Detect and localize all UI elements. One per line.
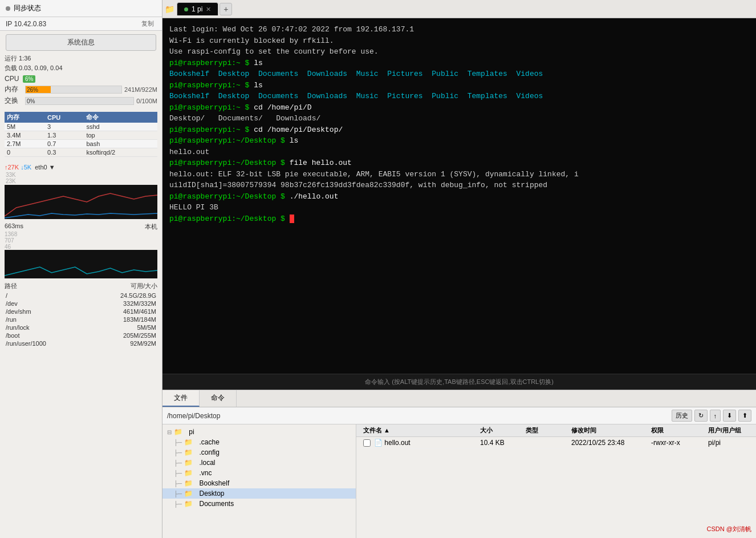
tree-prefix: ├─	[174, 470, 182, 476]
terminal-line: HELLO PI 3B	[169, 202, 749, 213]
col-header-name[interactable]: 文件名 ▲	[361, 426, 478, 435]
tree-item[interactable]: ├─ 📁 .vnc	[162, 468, 356, 478]
tree-item[interactable]: ⊟ 📁 pi	[162, 427, 356, 437]
tab-close-button[interactable]: ✕	[206, 6, 211, 13]
proc-header-cpu: CPU	[45, 112, 84, 123]
swap-bar: 0%	[25, 97, 134, 105]
upload-button[interactable]: ⬆	[738, 410, 751, 422]
tab-label: 1 pi	[192, 5, 202, 13]
tree-item[interactable]: ├─ 📁 .cache	[162, 437, 356, 447]
mem-row: 内存 26% 241M/922M	[5, 84, 157, 94]
disk-path-label: 路径	[5, 282, 17, 290]
net-graph	[5, 185, 157, 219]
new-tab-button[interactable]: +	[220, 3, 232, 15]
ip-row: IP 10.42.0.83 复制	[0, 17, 162, 31]
proc-mem: 3.4M	[5, 131, 45, 140]
proc-cpu: 3	[45, 123, 84, 131]
disk-path: /	[5, 292, 85, 300]
terminal-line: Desktop/ Documents/ Downloads/	[169, 113, 749, 124]
tree-item[interactable]: ├─ 📁 .local	[162, 458, 356, 468]
disk-row: /dev332M/332M	[5, 300, 157, 308]
file-checkbox[interactable]	[363, 439, 371, 447]
history-button[interactable]: 历史	[672, 410, 692, 422]
process-row: 2.7M0.7bash	[5, 140, 157, 148]
proc-cmd: top	[84, 131, 157, 140]
file-name: 📄 hello.out	[361, 439, 478, 447]
disk-table: /24.5G/28.9G/dev332M/332M/dev/shm461M/46…	[5, 292, 157, 347]
disk-row: /boot205M/255M	[5, 331, 157, 339]
file-date: 2022/10/25 23:48	[569, 439, 649, 447]
tree-item[interactable]: ├─ 📁 Documents	[162, 499, 356, 509]
mem-bar: 26%	[25, 86, 122, 94]
disk-path: /run	[5, 315, 85, 323]
disk-path: /run/user/1000	[5, 339, 85, 347]
terminal-cursor	[290, 215, 294, 223]
swap-label: 交换	[5, 96, 23, 106]
ping-row: 663ms 本机	[5, 223, 157, 231]
proc-mem: 5M	[5, 123, 45, 131]
current-path: /home/pi/Desktop	[167, 412, 668, 420]
col-header-size[interactable]: 大小	[478, 426, 523, 435]
disk-path: /run/lock	[5, 323, 85, 331]
ping-ms: 663ms	[5, 223, 23, 231]
tree-prefix: ⊟	[167, 429, 172, 435]
tree-item[interactable]: ├─ 📁 Desktop	[162, 488, 356, 499]
disk-section: 路径 可用/大小 /24.5G/28.9G/dev332M/332M/dev/s…	[0, 280, 162, 538]
download-button[interactable]: ⬇	[723, 410, 736, 422]
ping-host: 本机	[145, 223, 157, 231]
disk-path: /dev	[5, 300, 85, 308]
proc-cpu: 0.7	[45, 140, 84, 148]
copy-button[interactable]: 复制	[139, 19, 156, 28]
watermark: CSDN @刘清帆	[707, 525, 751, 533]
col-header-date[interactable]: 修改时间	[569, 426, 649, 435]
tree-item[interactable]: ├─ 📁 Bookshelf	[162, 478, 356, 488]
disk-row: /24.5G/28.9G	[5, 292, 157, 300]
tree-label: .config	[200, 448, 220, 456]
terminal-output[interactable]: Last login: Wed Oct 26 07:47:02 2022 fro…	[162, 18, 756, 374]
terminal-cursor-line: pi@raspberrypi:~/Desktop $	[169, 213, 749, 225]
cpu-label: CPU	[5, 75, 23, 83]
sys-info-button[interactable]: 系统信息	[6, 34, 156, 51]
disk-avail: 205M/255M	[85, 331, 157, 339]
swap-row: 交换 0% 0/100M	[5, 96, 157, 106]
up-button[interactable]: ↑	[710, 410, 721, 422]
terminal-tab[interactable]: 1 pi ✕	[177, 2, 218, 15]
terminal-line: hello.out	[169, 147, 749, 158]
tab-commands[interactable]: 命令	[200, 390, 237, 407]
tree-label: Bookshelf	[200, 479, 230, 487]
terminal-line: pi@raspberrypi:~ $ cd /home/pi/Desktop/	[169, 124, 749, 136]
col-header-type[interactable]: 类型	[523, 426, 569, 435]
tab-files[interactable]: 文件	[162, 390, 200, 407]
right-panel: 📁 1 pi ✕ + Last login: Wed Oct 26 07:47:…	[162, 0, 756, 538]
mem-bar-text: 26%	[27, 86, 38, 94]
net-down: ↓5K	[21, 164, 31, 171]
file-rows: 📄 hello.out 10.4 KB 2022/10/25 23:48 -rw…	[356, 437, 756, 449]
file-row[interactable]: 📄 hello.out 10.4 KB 2022/10/25 23:48 -rw…	[356, 437, 756, 449]
proc-mem: 0	[5, 148, 45, 157]
disk-avail: 5M/5M	[85, 323, 157, 331]
sync-label: 同步状态	[14, 3, 41, 13]
disk-avail: 24.5G/28.9G	[85, 292, 157, 300]
file-panel: ⊟ 📁 pi├─ 📁 .cache├─ 📁 .config├─ 📁 .local…	[162, 424, 756, 538]
refresh-button[interactable]: ↻	[694, 410, 708, 422]
tab-status-dot	[184, 7, 188, 11]
file-size: 10.4 KB	[478, 439, 523, 447]
process-row: 5M3sshd	[5, 123, 157, 131]
net-interface: eth0	[35, 164, 47, 171]
process-section: 内存 CPU 命令 5M3sshd3.4M1.3top2.7M0.7bash00…	[0, 107, 162, 159]
disk-avail: 461M/461M	[85, 308, 157, 315]
disk-row: /run/lock5M/5M	[5, 323, 157, 331]
disk-avail: 183M/184M	[85, 315, 157, 323]
mem-label: 内存	[5, 84, 23, 94]
terminal-line: Use raspi-config to set the country befo…	[169, 46, 749, 58]
net-up: ↑27K	[5, 164, 19, 171]
col-header-perm[interactable]: 权限	[649, 426, 706, 435]
tree-label: .vnc	[200, 469, 212, 477]
swap-value: 0/100M	[136, 98, 157, 104]
tree-item[interactable]: ├─ 📁 .config	[162, 447, 356, 458]
proc-header-cmd: 命令	[84, 112, 157, 123]
net-header: ↑27K ↓5K eth0 ▼	[5, 164, 157, 171]
path-bar: /home/pi/Desktop 历史 ↻ ↑ ⬇ ⬆	[162, 407, 756, 424]
col-header-owner[interactable]: 用户/用户组	[706, 426, 751, 435]
bottom-tab-bar: 文件 命令	[162, 390, 756, 407]
